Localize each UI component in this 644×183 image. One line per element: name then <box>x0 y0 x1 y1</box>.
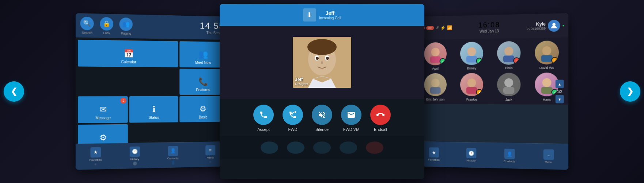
message-icon: ✉ <box>100 105 106 114</box>
screens-wrapper: 🔍 Search 🔒 Lock 👥 Paging 14 55 Thu Sep 2… <box>22 4 622 179</box>
controls-reflection <box>220 136 424 159</box>
right-favorites-icon: ★ <box>429 147 439 157</box>
call-controls: Accept FWD Silence <box>220 99 424 136</box>
svg-point-14 <box>542 46 552 55</box>
search-icon-item[interactable]: 🔍 Search <box>80 16 94 35</box>
fwd-icon <box>283 105 303 125</box>
endcall-icon <box>370 105 391 125</box>
status-icon: ℹ <box>152 105 155 114</box>
tile-calendar[interactable]: 📅 Calendar <box>78 40 178 67</box>
frankie-avatar: ★ <box>460 73 483 96</box>
svg-point-7 <box>552 23 556 26</box>
svg-point-10 <box>467 47 476 56</box>
caller-photo: Jeff Designer <box>293 37 351 88</box>
features-icon: 📞 <box>198 77 208 87</box>
right-menu-icon: ··· <box>543 149 554 160</box>
paging-icon-item[interactable]: 👥 Paging <box>119 17 132 35</box>
right-history-icon: 🕐 <box>466 148 476 158</box>
video-area: Jeff Designer <box>220 26 424 99</box>
tile-status[interactable]: ℹ Status <box>129 96 178 123</box>
svg-point-18 <box>467 78 476 87</box>
contact-jack[interactable]: Jack <box>492 73 526 101</box>
incoming-call-bar: ⬇ Jeff Incoming Call <box>220 4 424 26</box>
incoming-text: Jeff Incoming Call <box>319 10 341 20</box>
david-wu-avatar: ! <box>535 40 559 65</box>
svg-point-12 <box>504 47 513 55</box>
briney-status: ✓ <box>476 58 482 64</box>
silence-button[interactable]: Silence <box>312 105 332 132</box>
contact-david-wu[interactable]: ! David Wu <box>529 40 565 70</box>
left-header: 🔍 Search 🔒 Lock 👥 Paging 14 55 Thu Sep 2… <box>76 13 229 40</box>
caller-info: Jeff Designer <box>295 77 308 86</box>
svg-rect-11 <box>466 56 477 62</box>
basic-icon: ⚙ <box>200 104 207 114</box>
contact-chris[interactable]: − Chris <box>492 41 526 70</box>
lock-icon-item[interactable]: 🔒 Lock <box>100 17 113 35</box>
right-header-user: Kyle 7704169359 ● <box>527 19 565 32</box>
fwdvm-button[interactable]: FWD VM <box>341 105 361 132</box>
svg-point-6 <box>326 57 329 60</box>
advanced-icon: ⚙ <box>99 133 107 143</box>
favorites-icon: ★ <box>90 147 101 157</box>
contact-frankie[interactable]: ★ Frankie <box>455 73 489 101</box>
left-footer: ★ Favorites ★ 🕐 History 🕐 👤 Contacts 👤 2… <box>76 141 229 170</box>
user-avatar <box>548 19 560 31</box>
svg-point-2 <box>307 39 337 55</box>
page-indicator: ▲ 1/2 ▼ <box>556 80 564 103</box>
chris-avatar: − <box>497 41 520 65</box>
right-header: 1+ 99+ ↺ ⚡ 📶 16:08 Wed Jan 13 Kyle 77041… <box>415 13 568 40</box>
meet-now-icon: 👥 <box>198 50 208 59</box>
notif-badge-2: 99+ <box>426 26 434 30</box>
phone-left: 🔍 Search 🔒 Lock 👥 Paging 14 55 Thu Sep 2… <box>76 13 229 170</box>
svg-point-16 <box>431 79 440 87</box>
chris-status: − <box>513 57 520 64</box>
fwd-button[interactable]: FWD <box>283 105 303 132</box>
svg-point-20 <box>504 78 513 87</box>
page-up-arrow[interactable]: ▲ <box>556 80 564 88</box>
nav-arrow-right[interactable]: ❯ <box>620 81 640 102</box>
contacts-icon: 👤 <box>168 145 178 156</box>
left-header-icons: 🔍 Search 🔒 Lock 👥 Paging <box>80 16 132 35</box>
briney-avatar: ✓ <box>460 42 483 65</box>
wifi-icon: 📶 <box>447 25 452 30</box>
right-contacts-icon: 👤 <box>504 149 515 159</box>
eric-johnson-avatar <box>424 73 447 96</box>
silence-icon <box>312 105 332 125</box>
message-badge: 2 <box>121 98 126 104</box>
april-status: ✓ <box>440 58 446 65</box>
lock-icon: 🔒 <box>100 17 113 30</box>
frankie-status: ★ <box>476 89 482 96</box>
right-footer-history[interactable]: 🕐 History <box>452 142 490 168</box>
david-wu-status: ! <box>551 57 558 64</box>
contacts-grid: ✓ April ✓ Briney − <box>415 38 568 105</box>
tile-message[interactable]: 2 ✉ Message <box>78 96 128 123</box>
phone-right: 1+ 99+ ↺ ⚡ 📶 16:08 Wed Jan 13 Kyle 77041… <box>415 13 568 170</box>
right-footer-menu[interactable]: ··· Menu <box>529 144 568 170</box>
page-down-arrow[interactable]: ▼ <box>556 95 564 104</box>
svg-rect-23 <box>541 87 553 94</box>
search-icon: 🔍 <box>80 16 94 30</box>
svg-rect-21 <box>503 87 514 94</box>
online-status-icon: ● <box>562 23 564 27</box>
calendar-icon: 📅 <box>124 49 133 59</box>
svg-rect-13 <box>503 55 514 62</box>
right-footer-contacts[interactable]: 👤 Contacts <box>490 143 529 169</box>
accept-button[interactable]: Accept <box>253 105 274 132</box>
main-container: ❮ ❯ 🔍 Search 🔒 Lock 👥 <box>0 0 644 183</box>
svg-rect-15 <box>541 55 553 62</box>
svg-point-5 <box>316 57 319 60</box>
menu-icon: ≡ <box>205 145 215 155</box>
contact-briney[interactable]: ✓ Briney <box>455 42 489 70</box>
footer-contacts[interactable]: 👤 Contacts 👤 <box>154 142 192 168</box>
jack-avatar <box>497 73 520 97</box>
footer-favorites[interactable]: ★ Favorites ★ <box>76 144 115 170</box>
nav-arrow-left[interactable]: ❮ <box>4 81 24 102</box>
bluetooth-icon: ⚡ <box>440 25 446 30</box>
incoming-download-icon: ⬇ <box>303 8 316 22</box>
endcall-button[interactable]: Endcall <box>370 105 391 132</box>
footer-history[interactable]: 🕐 History 🕐 <box>115 143 154 169</box>
history-icon: 🕐 <box>129 146 140 157</box>
april-avatar: ✓ <box>424 42 447 66</box>
left-tiles: 📅 Calendar 👥 Meet Now 📞 Features 2 ✉ <box>76 38 229 154</box>
fwdvm-icon <box>341 105 361 125</box>
